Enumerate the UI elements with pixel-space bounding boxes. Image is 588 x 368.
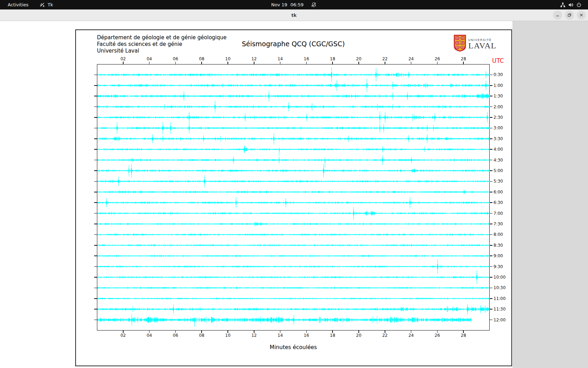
x-tick-label-bottom: 08: [199, 333, 204, 338]
tk-window-content: Département de géologie et de génie géol…: [0, 21, 588, 368]
x-tick-label-bottom: 24: [408, 333, 414, 338]
x-tick-label-top: 10: [225, 56, 230, 61]
activities-button[interactable]: Activities: [4, 0, 32, 9]
x-tick-bottom: [332, 330, 333, 333]
clock-time: 06:59: [290, 2, 303, 7]
utc-row-label: 5:00: [493, 168, 503, 173]
x-tick-bottom: [385, 330, 385, 333]
x-tick-bottom: [201, 330, 202, 333]
x-tick-top: [437, 62, 438, 64]
x-tick-bottom: [411, 330, 412, 333]
maximize-button[interactable]: [565, 11, 574, 20]
minimize-button[interactable]: [553, 11, 562, 20]
activities-label: Activities: [8, 2, 28, 7]
x-tick-label-top: 08: [199, 56, 204, 61]
utc-row-label: 7:00: [493, 211, 503, 216]
utc-row-tick: [490, 117, 492, 118]
utc-row-label: 2:00: [493, 104, 503, 109]
close-button[interactable]: [577, 11, 586, 20]
x-tick-label-top: 18: [330, 56, 335, 61]
universite-laval-logo: UNIVERSITÉ LAVAL: [454, 35, 496, 53]
tk-app-icon: [40, 2, 45, 8]
window-titlebar[interactable]: tk: [0, 9, 588, 21]
volume-icon: [568, 2, 574, 8]
x-tick-label-top: 04: [147, 56, 152, 61]
x-tick-top: [411, 62, 412, 64]
left-row-tick: [94, 170, 97, 171]
utc-row-label: 8:30: [493, 243, 503, 248]
figure-title: Séismographe QCQ (CGC/GSC): [97, 40, 490, 48]
tk-app-indicator[interactable]: Tk: [37, 0, 56, 9]
utc-row-label: 11:30: [493, 307, 506, 312]
header-line-3: Université Laval: [97, 48, 226, 54]
x-tick-label-top: 20: [356, 56, 361, 61]
x-tick-top: [332, 62, 333, 64]
x-tick-label-bottom: 10: [225, 333, 230, 338]
left-row-tick: [94, 277, 97, 278]
x-tick-bottom: [280, 330, 281, 333]
laval-shield-icon: [454, 35, 466, 53]
x-tick-label-top: 22: [382, 56, 387, 61]
x-tick-top: [123, 62, 124, 64]
left-row-tick: [94, 181, 97, 182]
left-row-tick: [94, 320, 97, 320]
utc-row-label: 0:30: [493, 72, 503, 77]
logo-laval-text: LAVAL: [468, 42, 496, 49]
left-row-tick: [94, 266, 97, 267]
x-tick-label-top: 26: [435, 56, 440, 61]
x-tick-label-bottom: 04: [147, 333, 152, 338]
left-row-tick: [94, 288, 97, 288]
utc-row-label: 2:30: [493, 115, 503, 120]
notifications-muted-icon[interactable]: [311, 2, 317, 8]
x-tick-top: [463, 62, 464, 64]
utc-row-tick: [490, 277, 492, 278]
utc-axis-label: UTC: [492, 57, 504, 64]
utc-row-tick: [490, 107, 492, 107]
x-tick-bottom: [437, 330, 438, 333]
utc-row-label: 3:30: [493, 136, 503, 141]
x-tick-label-top: 28: [461, 56, 466, 61]
left-row-tick: [94, 224, 97, 224]
utc-row-tick: [490, 309, 492, 309]
utc-row-tick: [490, 255, 492, 256]
network-wired-icon: [560, 2, 566, 8]
utc-row-label: 4:00: [493, 147, 503, 152]
power-icon: [576, 2, 582, 8]
tk-app-label: Tk: [48, 2, 53, 7]
utc-row-tick: [490, 213, 492, 214]
left-row-tick: [94, 213, 97, 214]
left-row-tick: [94, 234, 97, 235]
utc-row-tick: [490, 128, 492, 129]
x-tick-top: [227, 62, 228, 64]
utc-row-label: 7:30: [493, 222, 503, 226]
utc-row-label: 4:30: [493, 158, 503, 163]
left-row-tick: [94, 192, 97, 192]
utc-row-label: 8:00: [493, 232, 503, 237]
left-row-tick: [94, 128, 97, 129]
window-title: tk: [0, 9, 588, 21]
utc-row-label: 1:00: [493, 83, 503, 88]
x-tick-bottom: [175, 330, 176, 333]
system-status-area[interactable]: [557, 0, 584, 9]
left-row-tick: [94, 107, 97, 107]
left-row-tick: [94, 117, 97, 118]
x-tick-label-bottom: 28: [461, 333, 466, 338]
x-tick-bottom: [227, 330, 228, 333]
x-tick-bottom: [254, 330, 254, 333]
utc-row-tick: [490, 75, 492, 75]
laval-wordmark: UNIVERSITÉ LAVAL: [468, 38, 496, 49]
utc-row-label: 6:30: [493, 200, 503, 205]
left-row-tick: [94, 202, 97, 203]
x-axis-label: Minutes écoulées: [97, 344, 490, 350]
x-tick-top: [175, 62, 176, 64]
clock-group: Nov 19 06:59: [0, 0, 588, 9]
x-tick-label-bottom: 16: [304, 333, 309, 338]
utc-row-label: 3:00: [493, 125, 503, 130]
x-tick-top: [385, 62, 385, 64]
left-row-tick: [94, 255, 97, 256]
left-row-tick: [94, 96, 97, 96]
x-tick-label-bottom: 14: [278, 333, 283, 338]
utc-row-tick: [490, 234, 492, 235]
utc-row-label: 1:30: [493, 94, 503, 98]
clock-button[interactable]: Nov 19 06:59: [271, 2, 304, 7]
